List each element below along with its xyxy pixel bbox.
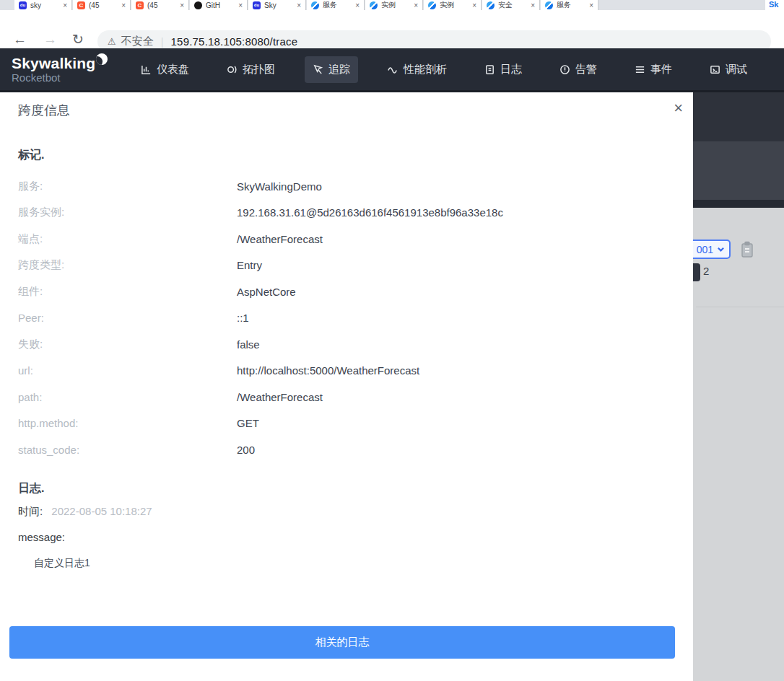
field-row-service: 服务:SkyWalkingDemo: [18, 173, 675, 200]
trace-tag-chip[interactable]: [693, 263, 700, 281]
menu-item-topology[interactable]: 拓扑图: [219, 56, 283, 83]
field-label: 组件:: [18, 285, 237, 299]
tab-close-icon[interactable]: ×: [180, 1, 184, 9]
field-value: http://localhost:5000/WeatherForecast: [237, 364, 419, 377]
back-button[interactable]: ←: [13, 32, 27, 47]
span-count-badge: 2: [703, 265, 709, 277]
log-icon: [484, 64, 495, 75]
logs-section-heading: 日志.: [18, 481, 44, 496]
log-time-label: 时间:: [18, 505, 43, 517]
modal-title: 跨度信息: [18, 102, 70, 119]
log-message-label: message:: [18, 531, 65, 543]
log-time-value: 2022-08-05 10:18:27: [51, 505, 152, 517]
field-value: GET: [237, 417, 259, 429]
field-label: 服务:: [18, 180, 237, 193]
forward-button[interactable]: →: [43, 32, 57, 47]
skywalking-logo[interactable]: Skywalking Rocketbot: [12, 55, 120, 84]
browser-tab-partial[interactable]: Sk: [765, 0, 784, 10]
log-message-value: 自定义日志1: [34, 557, 90, 570]
field-row-peer: Peer:::1: [18, 305, 675, 332]
omnibox-separator: |: [161, 35, 164, 48]
menu-item-profile[interactable]: 性能剖析: [380, 56, 455, 83]
dashboard-icon: [141, 64, 152, 75]
menu-label: 性能剖析: [404, 63, 447, 76]
browser-tab[interactable]: duSky×: [248, 0, 306, 10]
tab-title: 实例: [381, 0, 411, 10]
field-label: 端点:: [18, 232, 237, 246]
url-text: 159.75.18.105:8080/trace: [171, 35, 298, 48]
alarm-icon: [559, 64, 570, 75]
field-row-error: 失败:false: [18, 331, 675, 358]
tab-title: Sky: [264, 1, 294, 9]
profile-icon: [388, 64, 398, 75]
browser-tab-strip: dusky× C(45× C(45× GitH× duSky× 服务× 实例× …: [0, 0, 784, 10]
field-value: Entry: [237, 259, 262, 271]
browser-toolbar: ← → ↻ ⚠ 不安全 | 159.75.18.105:8080/trace: [0, 10, 784, 48]
tab-close-icon[interactable]: ×: [297, 1, 301, 9]
tab-title: sky: [30, 1, 60, 9]
not-secure-label: 不安全: [121, 35, 154, 48]
field-label: 服务实例:: [18, 206, 237, 219]
related-logs-button[interactable]: 相关的日志: [9, 626, 675, 659]
tab-close-icon[interactable]: ×: [472, 1, 476, 9]
browser-tab[interactable]: GitH×: [190, 0, 248, 10]
tab-close-icon[interactable]: ×: [414, 1, 418, 9]
tencent-cloud-icon: [311, 1, 319, 9]
browser-tab[interactable]: 服务×: [307, 0, 365, 10]
browser-tab[interactable]: 服务×: [541, 0, 598, 10]
trace-page-background: 001 2: [693, 92, 784, 681]
tab-title: (45: [89, 1, 118, 9]
menu-label: 仪表盘: [157, 63, 189, 76]
close-icon[interactable]: ×: [674, 101, 683, 115]
field-value: false: [237, 338, 260, 351]
menu-label: 告警: [575, 63, 597, 76]
menu-label: 追踪: [328, 63, 350, 76]
tab-title: (45: [147, 1, 177, 9]
menu-label: 事件: [650, 63, 672, 76]
field-value: ::1: [237, 312, 249, 324]
menu-label: 日志: [500, 63, 522, 76]
trace-port-select[interactable]: 001: [693, 240, 731, 259]
menu-label: 拓扑图: [243, 63, 275, 76]
field-value: /WeatherForecast: [237, 233, 323, 245]
tab-close-icon[interactable]: ×: [238, 1, 243, 9]
tencent-cloud-icon: [487, 1, 495, 9]
field-value: 192.168.31.61@5d26163d616f4561913e8bf96a…: [237, 206, 503, 219]
tab-close-icon[interactable]: ×: [121, 1, 126, 9]
menu-item-dashboard[interactable]: 仪表盘: [133, 56, 197, 83]
trace-icon: [313, 64, 323, 75]
menu-item-event[interactable]: 事件: [627, 56, 680, 83]
browser-tab[interactable]: 实例×: [365, 0, 423, 10]
not-secure-warning-icon: ⚠: [108, 36, 116, 47]
field-row-instance: 服务实例:192.168.31.61@5d26163d616f4561913e8…: [18, 200, 675, 227]
tab-close-icon[interactable]: ×: [63, 1, 67, 9]
copy-clipboard-icon[interactable]: [739, 241, 755, 258]
field-label: status_code:: [18, 444, 237, 456]
browser-tab[interactable]: 安全×: [482, 0, 540, 10]
field-row-span-type: 跨度类型:Entry: [18, 252, 675, 279]
field-label: path:: [18, 391, 237, 403]
reload-button[interactable]: ↻: [72, 32, 84, 47]
tab-close-icon[interactable]: ×: [531, 1, 535, 9]
browser-tab[interactable]: C(45×: [131, 0, 189, 10]
field-label: http.method:: [18, 417, 237, 429]
field-label: Peer:: [18, 312, 237, 324]
menu-item-alarm[interactable]: 告警: [552, 56, 605, 83]
menu-item-log[interactable]: 日志: [476, 56, 530, 83]
browser-tab[interactable]: C(45×: [73, 0, 131, 10]
field-label: 跨度类型:: [18, 258, 237, 272]
topology-icon: [227, 64, 238, 75]
span-info-modal: 跨度信息 × 标记. 服务:SkyWalkingDemo 服务实例:192.16…: [0, 92, 693, 681]
horizontal-divider: [696, 307, 784, 307]
menu-item-debug[interactable]: 调试: [702, 56, 755, 83]
menu-item-trace[interactable]: 追踪: [305, 56, 358, 83]
baidu-icon: du: [19, 1, 27, 9]
tab-title: 实例: [440, 0, 469, 10]
github-icon: [194, 1, 202, 9]
log-time-row: 时间: 2022-08-05 10:18:27: [18, 505, 152, 519]
logo-subtitle: Rocketbot: [12, 71, 120, 84]
browser-tab[interactable]: 实例×: [424, 0, 482, 10]
tab-close-icon[interactable]: ×: [355, 1, 360, 9]
browser-tab[interactable]: dusky×: [14, 0, 72, 10]
tab-close-icon[interactable]: ×: [589, 1, 593, 9]
